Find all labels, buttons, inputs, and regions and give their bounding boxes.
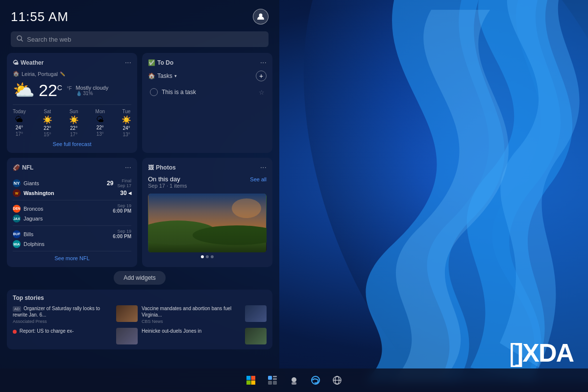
todo-menu-button[interactable]: ··· [260, 59, 267, 67]
photos-dot-3[interactable] [211, 255, 214, 258]
news-item-1-source: Associated Press [13, 319, 113, 324]
panel-time: 11:55 AM [11, 9, 69, 24]
photos-see-all-link[interactable]: See all [250, 176, 267, 182]
weather-widget: 🌤 Weather ··· 🏠 Leiria, Portugal ✏️ ⛅ 22… [7, 53, 137, 153]
news-item-2-headline: Vaccine mandates and abortion bans fuel … [142, 305, 242, 318]
nfl-widget: 🏈 NFL ··· NY Giants 29 Final Sep [7, 158, 137, 267]
taskbar [0, 368, 588, 392]
weather-location: 🏠 Leiria, Portugal ✏️ [13, 71, 131, 77]
news-item-1[interactable]: AD Organizer of Saturday rally looks to … [13, 305, 138, 324]
nfl-team-broncos: DEN Broncos [13, 205, 43, 213]
nfl-game-3-row2: MIA Dolphins [13, 240, 131, 248]
edge-icon [311, 375, 320, 385]
user-avatar-button[interactable] [253, 9, 269, 24]
photos-dot-2[interactable] [206, 255, 209, 258]
nfl-giants-logo: NY [13, 179, 21, 187]
svg-point-2 [17, 36, 22, 40]
todo-widget: ✅ To Do ··· 🏠 Tasks ▾ + This is a task ☆ [142, 53, 272, 153]
see-full-forecast-link[interactable]: See full forecast [13, 141, 131, 147]
photos-detail: Sep 17 · 1 items [148, 183, 187, 189]
todo-task-checkbox[interactable] [150, 88, 158, 96]
nfl-washington-name: Washington [24, 190, 54, 196]
nfl-game-2-row1: DEN Broncos Sep 19 6:00 PM [13, 203, 131, 214]
nfl-giants-name: Giants [24, 180, 39, 186]
news-item-2-text: Vaccine mandates and abortion bans fuel … [142, 305, 242, 324]
search-placeholder: Search the web [27, 36, 71, 43]
nfl-jaguars-name: Jaguars [24, 216, 43, 221]
photos-subtitle-block: On this day Sep 17 · 1 items [148, 175, 187, 192]
forecast-today: Today 🌥 24° 17° [13, 109, 26, 137]
photos-menu-button[interactable]: ··· [260, 164, 267, 172]
weather-temperature: 22C °F [39, 81, 72, 99]
weather-widget-header: 🌤 Weather ··· [13, 59, 131, 67]
edit-icon[interactable]: ✏️ [60, 72, 65, 76]
todo-tasks-dropdown[interactable]: 🏠 Tasks ▾ [148, 73, 177, 79]
todo-title-icon: ✅ [148, 59, 155, 66]
weather-condition-icon: ⛅ [13, 80, 35, 100]
news-item-3-headline: Report: US to charge ex- [13, 328, 113, 334]
nfl-title-icon: 🏈 [13, 164, 20, 171]
news-item-3-dot [13, 330, 17, 334]
news-item-4[interactable]: Heinicke out-duels Jones in [142, 328, 267, 344]
weather-description-block: Mostly cloudy 💧 31% [76, 85, 109, 96]
forecast-mon: Mon 🌤 22° 13° [96, 109, 105, 137]
svg-rect-16 [268, 381, 272, 385]
todo-task-star[interactable]: ☆ [259, 89, 265, 96]
weather-temp-block: 22C °F [39, 81, 72, 100]
search-svg [17, 35, 23, 42]
nfl-team-bills: BUF Bills [13, 230, 33, 238]
see-more-nfl-link[interactable]: See more NFL [13, 255, 131, 261]
svg-line-3 [21, 40, 23, 42]
taskbar-chat[interactable] [285, 371, 303, 389]
search-bar[interactable]: Search the web [11, 31, 269, 47]
nfl-team-dolphins: MIA Dolphins [13, 240, 45, 248]
nfl-team-washington: W Washington [13, 189, 54, 197]
taskbar-windows-start[interactable] [242, 371, 260, 389]
nfl-widget-header: 🏈 NFL ··· [13, 164, 131, 172]
photos-subtitle: On this day [148, 175, 187, 183]
weather-menu-button[interactable]: ··· [125, 59, 131, 67]
news-items-grid: AD Organizer of Saturday rally looks to … [13, 305, 267, 344]
taskbar-edge[interactable] [307, 371, 324, 389]
nfl-game-1-scores: 29 Final Sep 17 [107, 178, 131, 188]
todo-widget-title: ✅ To Do [148, 59, 173, 66]
taskbar-network[interactable] [328, 371, 346, 389]
wave-decoration [245, 0, 588, 382]
user-icon [257, 13, 265, 21]
tasks-home-icon: 🏠 [148, 73, 155, 79]
news-item-2[interactable]: Vaccine mandates and abortion bans fuel … [142, 305, 267, 324]
todo-add-task-button[interactable]: + [256, 71, 267, 81]
todo-task-item: This is a task ☆ [148, 85, 267, 99]
news-item-1-text: AD Organizer of Saturday rally looks to … [13, 305, 113, 324]
svg-rect-15 [273, 378, 277, 380]
photos-widget: 🖼 Photos ··· On this day Sep 17 · 1 item… [142, 158, 272, 267]
nfl-giants-score: 29 [107, 180, 113, 187]
nfl-washington-logo: W [13, 189, 21, 197]
photos-widget-header: 🖼 Photos ··· [148, 164, 267, 172]
weather-description: Mostly cloudy [76, 85, 109, 91]
forecast-tue: Tue ☀️ 24° 13° [122, 109, 131, 137]
add-widgets-button[interactable]: Add widgets [114, 271, 165, 285]
nfl-broncos-name: Broncos [24, 206, 43, 212]
network-icon [332, 375, 342, 385]
xda-bracket-left: [ [509, 338, 514, 368]
nfl-game-2-row2: JAX Jaguars [13, 214, 131, 223]
news-item-3[interactable]: Report: US to charge ex- [13, 328, 138, 344]
weather-forecast: Today 🌥 24° 17° Sat ☀️ 22° 15° Sun ☀️ 22… [13, 104, 131, 137]
nfl-dolphins-logo: MIA [13, 240, 21, 248]
news-section: Top stories AD Organizer of Saturday ral… [7, 290, 272, 349]
svg-point-18 [292, 377, 296, 382]
photos-widget-title: 🖼 Photos [148, 164, 176, 171]
nfl-game-1-status: Final Sep 17 [117, 178, 131, 188]
widgets-grid: 🌤 Weather ··· 🏠 Leiria, Portugal ✏️ ⛅ 22… [0, 53, 279, 267]
photos-title-icon: 🖼 [148, 164, 154, 171]
news-item-4-headline: Heinicke out-duels Jones in [142, 328, 242, 334]
home-icon: 🏠 [13, 71, 20, 77]
xda-logo: [ ]XDA [509, 338, 573, 368]
search-icon [17, 35, 23, 43]
news-item-4-text: Heinicke out-duels Jones in [142, 328, 242, 335]
photos-on-this-day-header: On this day Sep 17 · 1 items See all [148, 175, 267, 192]
taskbar-widgets[interactable] [264, 371, 281, 389]
photos-dot-1[interactable] [201, 255, 204, 258]
nfl-menu-button[interactable]: ··· [125, 164, 131, 172]
